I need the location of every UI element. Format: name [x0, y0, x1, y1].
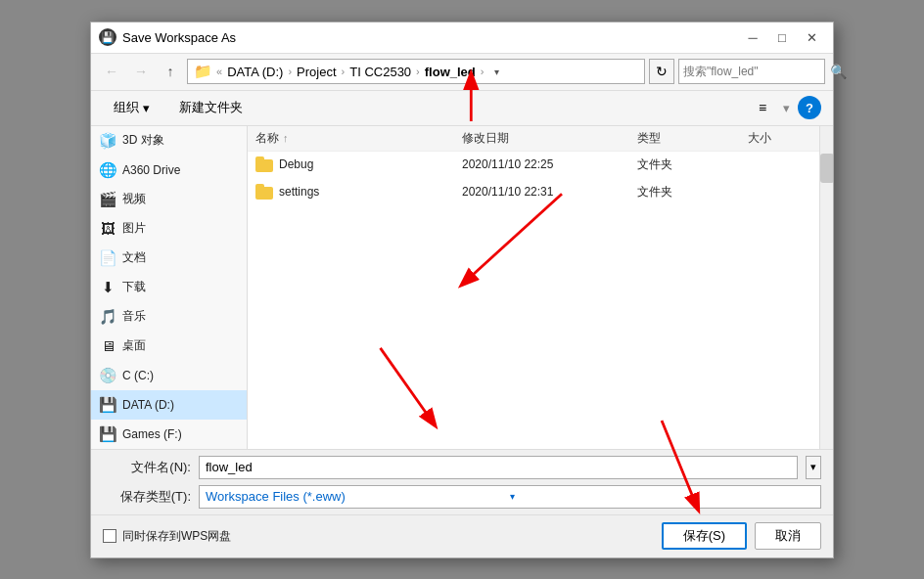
sidebar-icon-d-drive: 💾 [99, 396, 116, 414]
col-header-size[interactable]: 大小 [740, 126, 819, 151]
bottom-bar: 文件名(N): ▾ 保存类型(T): Workspace Files (*.ew… [91, 449, 833, 514]
filetype-select[interactable]: Workspace Files (*.eww) ▾ [199, 485, 821, 509]
wps-checkbox[interactable] [103, 529, 116, 543]
sidebar-icon-desktop: 🖥 [99, 337, 116, 355]
wps-label: 同时保存到WPS网盘 [122, 528, 231, 545]
back-button[interactable]: ← [99, 59, 124, 84]
breadcrumb-data-d[interactable]: DATA (D:) [224, 64, 286, 80]
breadcrumb-project[interactable]: Project [294, 64, 339, 80]
maximize-button[interactable]: □ [768, 26, 796, 48]
scrollbar[interactable] [819, 126, 833, 449]
sidebar-icon-video: 🎬 [99, 191, 116, 208]
breadcrumb-ticc2530[interactable]: TI CC2530 [346, 64, 414, 80]
toolbar: ← → ↑ 📁 « DATA (D:) › Project › TI CC253… [91, 54, 833, 91]
action-bar: 组织 ▾ 新建文件夹 ≡ ▾ ? [91, 91, 833, 126]
search-input[interactable] [683, 65, 830, 78]
new-folder-button[interactable]: 新建文件夹 [168, 95, 254, 120]
breadcrumb-folder-icon: 📁 [194, 63, 212, 80]
window-controls: ─ □ ✕ [739, 26, 825, 48]
filetype-dropdown-arrow: ▾ [510, 491, 814, 502]
file-area: 名称 ↑ 修改日期 类型 大小 [248, 126, 819, 449]
wps-sync-area: 同时保存到WPS网盘 [103, 528, 654, 545]
table-row[interactable]: settings 2020/11/10 22:31 文件夹 [248, 179, 819, 206]
sidebar-icon-downloads: ⬇ [99, 279, 116, 296]
close-button[interactable]: ✕ [798, 26, 825, 48]
app-icon: 💾 [99, 28, 116, 46]
file-name-debug: Debug [248, 156, 454, 172]
up-button[interactable]: ↑ [158, 59, 183, 84]
minimize-button[interactable]: ─ [739, 26, 766, 48]
sidebar-icon-pictures: 🖼 [99, 220, 116, 238]
file-type-settings: 文件夹 [629, 184, 741, 200]
refresh-button[interactable]: ↻ [649, 59, 674, 84]
breadcrumb-flowled[interactable]: flow_led [422, 64, 479, 80]
sidebar: 🧊 3D 对象 🌐 A360 Drive 🎬 视频 🖼 图片 📄 [91, 126, 248, 449]
save-button[interactable]: 保存(S) [662, 522, 747, 550]
sidebar-item-music[interactable]: 🎵 音乐 [91, 302, 247, 332]
filename-label: 文件名(N): [103, 459, 191, 476]
forward-button[interactable]: → [128, 59, 154, 84]
sidebar-item-3d[interactable]: 🧊 3D 对象 [91, 126, 247, 156]
col-header-date[interactable]: 修改日期 [454, 126, 629, 151]
sidebar-icon-music: 🎵 [99, 308, 116, 326]
sidebar-item-d-drive[interactable]: 💾 DATA (D:) [91, 390, 247, 420]
view-sep: ▾ [783, 101, 790, 115]
sidebar-icon-c-drive: 💿 [99, 367, 116, 384]
view-options-button[interactable]: ≡ [750, 95, 775, 120]
table-row[interactable]: Debug 2020/11/10 22:25 文件夹 [248, 152, 819, 179]
title-bar: 💾 Save Workspace As ─ □ ✕ [91, 22, 833, 54]
sidebar-item-c-drive[interactable]: 💿 C (C:) [91, 361, 247, 390]
sidebar-item-video[interactable]: 🎬 视频 [91, 185, 247, 214]
cancel-button[interactable]: 取消 [755, 522, 821, 550]
filename-dropdown-btn[interactable]: ▾ [806, 456, 821, 479]
search-icon[interactable]: 🔍 [830, 64, 847, 79]
dialog-title: Save Workspace As [122, 30, 739, 45]
filetype-row: 保存类型(T): Workspace Files (*.eww) ▾ [103, 485, 821, 509]
folder-icon [255, 156, 273, 172]
file-date-settings: 2020/11/10 22:31 [454, 185, 629, 199]
sidebar-item-a360[interactable]: 🌐 A360 Drive [91, 156, 247, 185]
breadcrumb-sep-0: « [216, 66, 222, 77]
organize-button[interactable]: 组织 ▾ [103, 95, 161, 120]
file-type-debug: 文件夹 [629, 156, 741, 173]
help-button[interactable]: ? [798, 96, 821, 119]
breadcrumb-dropdown[interactable]: ▾ [487, 63, 505, 80]
sidebar-icon-documents: 📄 [99, 249, 116, 267]
breadcrumb-bar[interactable]: 📁 « DATA (D:) › Project › TI CC2530 › fl… [187, 59, 645, 84]
sidebar-item-pictures[interactable]: 🖼 图片 [91, 214, 247, 244]
sidebar-item-f-drive[interactable]: 💾 Games (F:) [91, 420, 247, 449]
col-header-name[interactable]: 名称 ↑ [248, 126, 454, 151]
col-header-type[interactable]: 类型 [629, 126, 741, 151]
file-date-debug: 2020/11/10 22:25 [454, 157, 629, 171]
search-box[interactable]: 🔍 [678, 59, 825, 84]
footer-bar: 同时保存到WPS网盘 保存(S) 取消 [91, 514, 833, 557]
filetype-label: 保存类型(T): [103, 488, 191, 506]
file-list: Debug 2020/11/10 22:25 文件夹 settings 2020… [248, 152, 819, 449]
main-area: 🧊 3D 对象 🌐 A360 Drive 🎬 视频 🖼 图片 📄 [91, 126, 833, 449]
sidebar-icon-a360: 🌐 [99, 161, 116, 179]
filename-row: 文件名(N): ▾ [103, 456, 821, 479]
file-name-settings: settings [248, 184, 454, 200]
sidebar-item-documents[interactable]: 📄 文档 [91, 244, 247, 273]
sidebar-icon-3d: 🧊 [99, 132, 116, 150]
filename-input[interactable] [199, 456, 798, 479]
action-buttons: 保存(S) 取消 [662, 522, 821, 550]
sidebar-icon-f-drive: 💾 [99, 425, 116, 443]
file-header: 名称 ↑ 修改日期 类型 大小 [248, 126, 819, 152]
folder-icon [255, 184, 273, 200]
sidebar-item-desktop[interactable]: 🖥 桌面 [91, 332, 247, 361]
sidebar-item-downloads[interactable]: ⬇ 下载 [91, 273, 247, 302]
